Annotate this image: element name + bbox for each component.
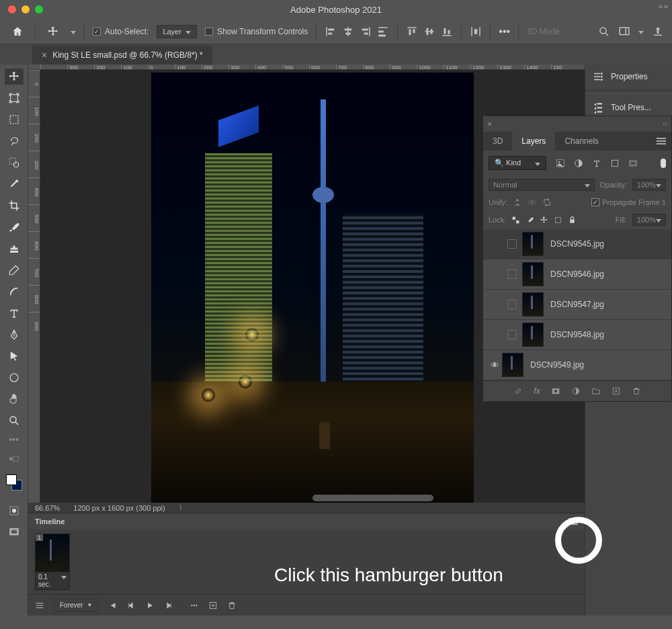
blend-mode-dropdown[interactable]: Normal [489,179,595,191]
tween-icon[interactable] [190,601,199,610]
unify-style-icon[interactable] [542,198,552,207]
loop-dropdown[interactable]: Forever ▼ [54,599,98,612]
timeline-menu-icon[interactable] [569,518,578,525]
edit-toolbar-icon[interactable] [5,450,24,466]
delete-frame-icon[interactable] [227,601,237,610]
filter-pixel-icon[interactable] [556,159,565,168]
group-icon[interactable] [591,386,601,396]
adjustment-layer-icon[interactable] [571,386,581,396]
prev-frame-icon[interactable] [126,601,136,610]
layer-row[interactable]: DSCN9547.jpg [483,290,671,320]
layer-thumbnail[interactable] [522,262,544,286]
more-options-icon[interactable]: ••• [499,26,510,38]
zoom-tool[interactable] [5,413,24,429]
window-close-button[interactable] [8,5,16,13]
doc-info[interactable]: 1200 px x 1600 px (300 ppi) [73,504,165,512]
quickmask-icon[interactable] [5,503,24,519]
play-icon[interactable] [145,601,155,610]
workspace-dropdown[interactable] [638,27,644,36]
frame-duration-dropdown[interactable] [61,573,67,588]
align-top-icon[interactable] [406,26,418,38]
auto-select-target-dropdown[interactable]: Layer [157,25,197,38]
filter-toggle[interactable] [661,159,666,168]
lock-artboard-icon[interactable] [554,216,562,224]
align-right-icon[interactable] [360,26,372,38]
lasso-tool[interactable] [5,133,24,149]
home-button[interactable] [8,24,27,40]
layer-name[interactable]: DSCN9545.jpg [550,239,604,249]
more-align-icon[interactable] [377,26,389,38]
new-frame-icon[interactable] [208,601,218,610]
unify-position-icon[interactable] [513,198,522,207]
screenmode-icon[interactable] [5,524,24,540]
window-minimize-button[interactable] [22,5,30,13]
tool-preset-dropdown[interactable] [71,27,76,36]
layer-mask-icon[interactable] [551,386,560,396]
zoom-level[interactable]: 66.67% [35,504,60,512]
marquee-tool[interactable] [5,112,24,128]
crop-tool[interactable] [5,198,24,214]
layer-thumbnail[interactable] [522,232,544,256]
artboard-tool[interactable] [5,90,24,106]
layer-row[interactable]: 👁DSCN9549.jpg [483,350,671,380]
clone-stamp-tool[interactable] [5,241,24,257]
next-frame-icon[interactable] [164,601,173,610]
layer-name[interactable]: DSCN9546.jpg [550,269,604,279]
unify-visibility-icon[interactable] [528,198,537,207]
filter-type-icon[interactable] [592,159,601,168]
lock-transparent-icon[interactable] [511,216,520,224]
path-select-tool[interactable] [5,348,24,364]
auto-select-checkbox[interactable] [93,28,101,36]
layer-checkbox[interactable] [507,300,517,309]
search-icon[interactable] [598,26,610,38]
layer-row[interactable]: DSCN9546.jpg [483,259,671,290]
workspace-icon[interactable] [618,26,630,38]
color-swatch[interactable] [6,474,22,491]
panel-tab-layers[interactable]: Layers [512,132,555,151]
visibility-toggle[interactable]: 👁 [487,360,502,370]
horizontal-ruler[interactable]: 3002001000100200300400500600700800900100… [28,65,585,70]
close-panel-icon[interactable]: × [487,119,493,129]
status-chevron-icon[interactable]: 〉 [179,503,186,513]
layer-checkbox[interactable] [507,330,517,339]
layer-fx-icon[interactable]: fx [534,386,540,396]
layer-filter-kind-dropdown[interactable]: 🔍 Kind [489,156,546,170]
layer-thumbnail[interactable] [522,292,544,317]
lock-image-icon[interactable] [526,216,534,224]
panel-button-properties[interactable]: Properties [585,65,672,89]
align-left-icon[interactable] [325,26,337,38]
opacity-field[interactable]: 100% [632,179,666,191]
layer-name[interactable]: DSCN9548.jpg [550,330,604,339]
shape-tool[interactable] [5,370,24,386]
first-frame-icon[interactable] [108,601,117,610]
lock-all-icon[interactable] [568,216,577,224]
brush-tool[interactable] [5,219,24,235]
close-tab-icon[interactable]: × [42,50,47,60]
share-icon[interactable] [652,26,664,38]
lock-position-icon[interactable] [540,216,548,224]
layers-panel-menu-icon[interactable] [657,138,666,144]
pen-tool[interactable] [5,327,24,343]
toolbox-more-icon[interactable]: ••• [9,434,19,445]
new-layer-icon[interactable] [612,386,621,396]
filter-smart-icon[interactable] [628,159,638,168]
filter-adjustment-icon[interactable] [574,159,583,168]
filter-shape-icon[interactable] [610,159,620,168]
vertical-ruler[interactable]: 0100200300400500600700800900 [28,70,40,503]
quick-select-tool[interactable] [5,155,24,171]
horizontal-scrollbar[interactable] [312,495,433,501]
layer-checkbox[interactable] [507,239,517,249]
align-center-h-icon[interactable] [342,26,354,38]
timeline-frame[interactable]: 1 0.1 sec. [35,534,70,590]
document-tab[interactable]: × King St LE small.psd @ 66.7% (RGB/8*) … [32,46,212,65]
panel-tab-channels[interactable]: Channels [555,132,608,151]
hand-tool[interactable] [5,391,24,407]
collapse-right-icon[interactable] [655,1,665,11]
layer-row[interactable]: DSCN9545.jpg [483,229,671,259]
move-tool-icon[interactable] [44,24,62,40]
show-transform-checkbox[interactable] [205,28,213,36]
align-middle-icon[interactable] [423,26,435,38]
type-tool[interactable] [5,305,24,321]
timeline-convert-icon[interactable] [35,601,44,610]
layer-thumbnail[interactable] [522,323,544,347]
